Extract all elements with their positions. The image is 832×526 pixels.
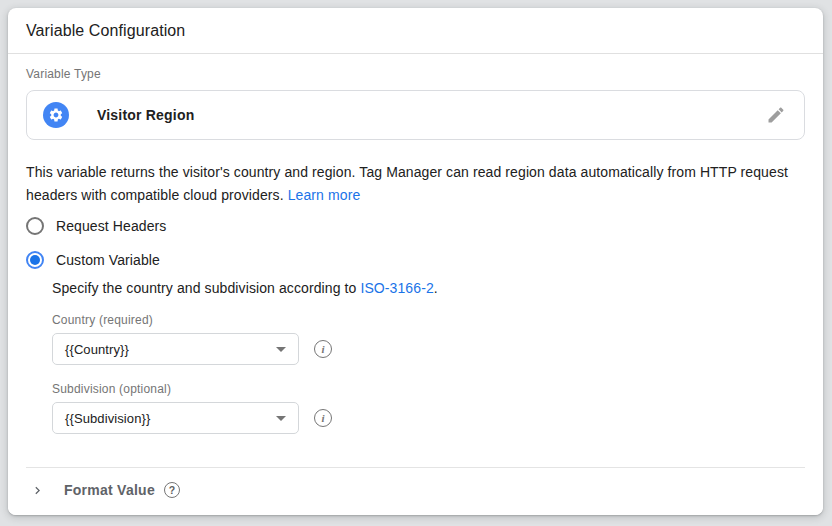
help-icon[interactable]: ? bbox=[164, 482, 180, 498]
card-header: Variable Configuration bbox=[8, 8, 823, 54]
edit-variable-type-button[interactable] bbox=[766, 105, 786, 125]
radio-circle-icon bbox=[26, 251, 44, 269]
subdivision-select-value: {{Subdivision}} bbox=[65, 411, 150, 426]
custom-variable-section: Specify the country and subdivision acco… bbox=[52, 280, 805, 434]
subdivision-field-label: Subdivision (optional) bbox=[52, 382, 805, 396]
chevron-right-icon bbox=[30, 483, 45, 498]
page-title: Variable Configuration bbox=[26, 22, 185, 40]
subdivision-select[interactable]: {{Subdivision}} bbox=[52, 402, 299, 434]
radio-request-headers[interactable]: Request Headers bbox=[26, 209, 805, 243]
instruction-before-link: Specify the country and subdivision acco… bbox=[52, 280, 360, 296]
card-footer: Format Value ? bbox=[8, 467, 823, 515]
variable-type-card[interactable]: Visitor Region bbox=[26, 90, 805, 140]
instruction-text: Specify the country and subdivision acco… bbox=[52, 280, 805, 296]
radio-label: Request Headers bbox=[56, 218, 166, 234]
variable-description: This variable returns the visitor's coun… bbox=[26, 161, 805, 207]
variable-configuration-card: Variable Configuration Variable Type Vis… bbox=[8, 8, 823, 515]
variable-type-caption: Variable Type bbox=[26, 67, 805, 81]
variable-type-name: Visitor Region bbox=[97, 107, 194, 123]
dropdown-arrow-icon bbox=[276, 347, 286, 352]
dropdown-arrow-icon bbox=[276, 416, 286, 421]
country-select-value: {{Country}} bbox=[65, 342, 129, 357]
subdivision-info-icon[interactable]: i bbox=[314, 409, 332, 427]
format-value-label: Format Value bbox=[64, 482, 155, 498]
country-select[interactable]: {{Country}} bbox=[52, 333, 299, 365]
learn-more-link[interactable]: Learn more bbox=[288, 187, 361, 203]
description-text: This variable returns the visitor's coun… bbox=[26, 164, 788, 203]
iso-3166-2-link[interactable]: ISO-3166-2 bbox=[360, 280, 433, 296]
gear-icon bbox=[43, 102, 69, 128]
pencil-icon bbox=[766, 105, 786, 125]
radio-circle-icon bbox=[26, 217, 44, 235]
format-value-expander[interactable]: Format Value ? bbox=[8, 468, 823, 515]
radio-label: Custom Variable bbox=[56, 252, 160, 268]
country-info-icon[interactable]: i bbox=[314, 340, 332, 358]
card-body: Variable Type Visitor Region This variab… bbox=[8, 54, 823, 434]
subdivision-select-row: {{Subdivision}} i bbox=[52, 402, 805, 434]
country-select-row: {{Country}} i bbox=[52, 333, 805, 365]
radio-custom-variable[interactable]: Custom Variable bbox=[26, 243, 805, 277]
instruction-after-link: . bbox=[434, 280, 438, 296]
country-field-label: Country (required) bbox=[52, 313, 805, 327]
